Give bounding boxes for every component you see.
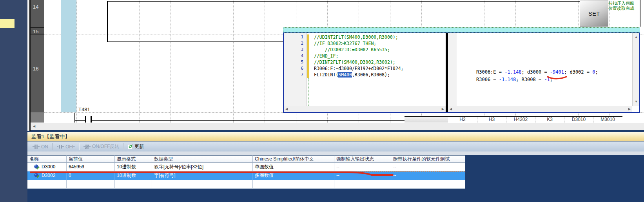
watch-column-header[interactable]: 当前值 — [67, 155, 115, 163]
st-code-line[interactable]: //DINT2FLT(SM400,D3002,R3002); — [314, 60, 395, 65]
st-code-horizontal-scrollbar[interactable]: ◀ ▶ — [284, 106, 446, 112]
st-line-number: 7 — [284, 72, 303, 77]
watch-cell-current_value[interactable]: 0 — [67, 171, 115, 180]
plc-programming-application: 14 15 16 T481 SET 拉扣压入伺服 位置读取完成 H2H3H420… — [0, 0, 644, 202]
instruction-name-cell[interactable] — [405, 117, 448, 123]
watch-column-header[interactable]: Chinese Simplified/简体中文 — [253, 155, 334, 163]
st-line-number: 1 — [284, 34, 303, 40]
toolbar-button-off[interactable]: OFF — [55, 143, 77, 150]
monitor-name: R3006 = — [476, 77, 499, 82]
st-margin-dotted-line — [308, 78, 308, 106]
watch-table-empty-row[interactable] — [27, 180, 465, 189]
set-instruction-box[interactable]: SET — [580, 0, 608, 27]
code-segment: //UDINT2FLT(SM400,D3000,R3000); — [314, 34, 398, 40]
ladder-operand-cell[interactable]: H2 — [448, 117, 477, 123]
code-segment: FLT2DINT( — [314, 72, 338, 78]
scroll-left-icon[interactable]: ◀ — [33, 124, 35, 129]
st-change-bar — [307, 34, 309, 78]
ladder-operand-cell[interactable]: H3 — [477, 117, 506, 123]
watch-cell-device_test[interactable]: -- — [391, 171, 465, 180]
refresh-icon — [128, 144, 133, 149]
st-monitor-horizontal-scrollbar[interactable]: ◀ ▶ — [448, 106, 632, 112]
toolbar-button-label: ON/OFF反转 — [92, 143, 119, 150]
watch-column-header[interactable]: 附带执行条件的软元件测试 — [391, 155, 465, 163]
watch-table-header-row: 名称当前值显示格式数据类型Chinese Simplified/简体中文强制输入… — [27, 155, 465, 163]
scroll-left-icon[interactable]: ◀ — [285, 107, 288, 112]
ladder-operand-cell[interactable]: K3 — [535, 117, 564, 123]
toolbar-button-on[interactable]: ON — [31, 143, 50, 150]
grid-line-vertical — [139, 0, 140, 123]
toolbar-button-label: 更新 — [134, 143, 144, 150]
st-code-line[interactable]: //D3002:D:=D3002-K65535; — [314, 47, 390, 52]
st-code-line[interactable]: //END_IF; — [314, 53, 338, 59]
rung-header-16[interactable]: 16 — [31, 34, 44, 112]
minimized-window-block — [0, 19, 15, 28]
st-code-line[interactable]: R3006:E:=d3000/E8192+d3002*E1024; — [314, 66, 403, 71]
watch-cell-data_type[interactable] — [152, 180, 253, 189]
selected-device-token: SM400 — [338, 72, 352, 78]
watch-cell-comment[interactable]: 单圈数值 — [253, 163, 334, 171]
watch-column-header[interactable]: 强制输入输出状态 — [334, 155, 391, 163]
watch-cell-name[interactable]: D3000 — [27, 163, 67, 171]
watch-column-header[interactable]: 数据类型 — [152, 155, 253, 163]
contact-device-label[interactable]: T481 — [78, 106, 90, 112]
ladder-operand-cell[interactable]: M3010 — [593, 117, 622, 123]
watch-cell-force_status[interactable]: -- — [334, 163, 391, 171]
st-code-line[interactable]: //UDINT2FLT(SM400,D3000,R3000); — [314, 34, 398, 40]
st-monitor-line: R3006:E = -1.148; d3000 = -9401; d3002 =… — [476, 69, 598, 75]
toolbar-separator — [79, 143, 80, 150]
monitor-value: -1.148 — [499, 77, 516, 82]
st-editor-titlebar[interactable] — [283, 27, 640, 32]
watch-cell-display_format[interactable]: 10进制数 — [115, 163, 152, 171]
rung-header-15[interactable]: 15 — [31, 27, 44, 34]
watch-window-titlebar[interactable]: 监看1【监看中】 — [27, 132, 644, 141]
rung-branch-wire — [107, 1, 108, 42]
st-code-line[interactable]: FLT2DINT(SM400,R3006,R3008); — [314, 72, 390, 78]
watch-table-row[interactable]: D300064595910进制数双字[无符号]/位串[32位]单圈数值---- — [27, 163, 465, 171]
st-line-number: 6 — [284, 66, 303, 71]
toolbar-button--[interactable]: 更新 — [126, 142, 146, 151]
watch-cell-name[interactable] — [27, 180, 67, 189]
contact-symbol[interactable] — [85, 116, 86, 123]
watch-cell-force_status[interactable]: -- — [334, 171, 391, 180]
watch-cell-device_test[interactable]: -- — [391, 163, 465, 171]
toolbar-button-on-off-[interactable]: ON/OFF反转 — [82, 142, 121, 151]
scroll-left-icon[interactable]: ◀ — [450, 107, 452, 112]
watch-cell-comment[interactable]: 多圈数值 — [253, 171, 334, 180]
rung-header-next[interactable] — [31, 112, 44, 123]
watch-column-header[interactable]: 名称 — [27, 155, 67, 163]
rung-header-14[interactable]: 14 — [31, 0, 44, 27]
watch-cell-display_format[interactable] — [115, 180, 152, 189]
watch-table-row[interactable]: D3002010进制数字[有符号]多圈数值---- — [27, 171, 465, 180]
watch-cell-current_value[interactable] — [67, 180, 115, 189]
scroll-down-icon[interactable]: ▼ — [635, 99, 638, 104]
toolbar-bottom-edge — [27, 152, 644, 155]
device-comment-line2: 位置读取完成 — [608, 6, 640, 11]
grid-line-vertical — [233, 0, 234, 123]
toolbar-button-label: ON — [41, 144, 48, 150]
st-monitor-vertical-scrollbar[interactable]: ▲ ▼ — [632, 33, 639, 106]
monitor-name: ; R3008 = — [516, 77, 544, 82]
watch-cell-current_value[interactable]: 645959 — [67, 163, 115, 171]
toolbar-separator — [52, 143, 53, 150]
rung-number: 16 — [33, 66, 44, 72]
scroll-up-icon[interactable]: ▲ — [635, 35, 638, 40]
watch-cell-force_status[interactable] — [334, 180, 391, 189]
contact-symbol[interactable] — [91, 116, 92, 123]
ladder-operand-cell[interactable]: H4202 — [506, 117, 535, 123]
st-code-line[interactable]: //IF D3002>K32767 THEN; — [314, 41, 376, 46]
scroll-right-icon[interactable]: ▶ — [442, 107, 444, 112]
ladder-horizontal-scrollbar[interactable]: ◀ — [31, 123, 644, 130]
toolbar-separator — [123, 143, 124, 150]
scroll-right-icon[interactable]: ▶ — [628, 107, 631, 112]
watch-cell-comment[interactable] — [253, 180, 334, 189]
monitor-name: ; d3002 = — [564, 69, 592, 75]
watch-column-header[interactable]: 显示格式 — [115, 155, 152, 163]
ladder-operand-cell[interactable]: D3010 — [564, 117, 593, 123]
watch-cell-data_type[interactable]: 字[有符号] — [152, 171, 253, 180]
watch-cell-device_test[interactable] — [391, 180, 465, 189]
contact-on-icon — [33, 144, 40, 149]
watch-cell-name[interactable]: D3002 — [27, 171, 67, 180]
watch-cell-display_format[interactable]: 10进制数 — [115, 171, 152, 180]
watch-cell-data_type[interactable]: 双字[无符号]/位串[32位] — [152, 163, 253, 171]
